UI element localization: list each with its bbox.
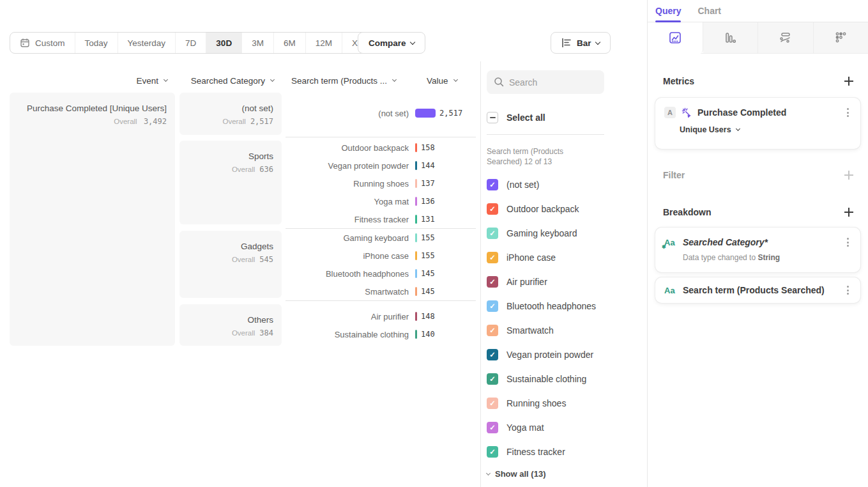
filter-item[interactable]: Sustainable clothing [487,367,647,391]
add-breakdown-button[interactable] [844,207,854,217]
filter-item[interactable]: Fitness tracker [487,440,647,464]
value-number: 144 [421,161,435,170]
filter-item[interactable]: Yoga mat [487,415,647,440]
search-icon [494,77,504,87]
filter-item-checkbox[interactable] [487,446,498,458]
overall-label: Overall [232,329,255,337]
tab-flows[interactable] [758,22,814,53]
searched-category-column: (not set)Overall2,517SportsOverall636Gad… [179,93,282,346]
divider [487,134,604,135]
date-range-label: 30D [216,38,232,48]
add-metric-button[interactable] [844,76,854,86]
filter-item-checkbox[interactable] [487,422,498,433]
filter-item[interactable]: Gaming keyboard [487,221,647,245]
date-range-3m[interactable]: 3M [241,33,273,53]
breakdown-menu-button[interactable] [844,236,851,248]
category-cell[interactable]: OthersOverall384 [179,304,282,346]
filter-item[interactable]: iPhone case [487,245,647,270]
metric-aggregation-dropdown[interactable]: Unique Users [680,125,851,134]
category-cell[interactable]: GadgetsOverall545 [179,231,282,298]
add-filter-button[interactable] [844,170,854,180]
filter-item[interactable]: Vegan protein powder [487,343,647,367]
value-bar [415,197,417,206]
tab-chart[interactable]: Chart [697,0,721,22]
breakdown-card[interactable]: Aa✱Searched Category*Data type changed t… [655,228,860,272]
value-bar [415,215,417,224]
date-range-today[interactable]: Today [75,33,118,53]
filter-item-checkbox[interactable] [487,203,498,215]
filter-item[interactable]: Air purifier [487,270,647,294]
tab-insights[interactable] [648,22,703,54]
filter-item-checkbox[interactable] [487,325,498,336]
tab-funnels[interactable] [703,22,759,53]
metric-menu-button[interactable] [844,107,851,118]
date-range-label: 7D [185,38,196,48]
filter-item-label: iPhone case [506,252,556,263]
filter-item-checkbox[interactable] [487,373,498,385]
column-header-event[interactable]: Event [10,75,175,86]
tab-retention[interactable] [814,22,868,53]
date-range-30d[interactable]: 30D [206,33,241,53]
term-row: Outdoor backpack158 [286,139,476,157]
filter-item-label: Outdoor backpack [506,204,579,214]
compare-button[interactable]: Compare [358,32,425,54]
column-header-searched-category[interactable]: Searched Category [179,75,282,86]
category-cell[interactable]: (not set)Overall2,517 [179,93,282,135]
column-header-search-term[interactable]: Search term (Products ... [291,75,396,86]
filter-item[interactable]: Smartwatch [487,318,647,343]
value-number: 136 [421,197,435,206]
chevron-down-icon [392,77,397,82]
filter-caption: Search term (Products Searched) 12 of 13 [487,146,599,167]
value-cell: 145 [415,287,435,296]
search-term-label: iPhone case [286,251,409,261]
filter-item[interactable]: Outdoor backpack [487,197,647,221]
select-all-checkbox[interactable] [487,112,498,123]
column-header-value[interactable]: Value [427,75,457,86]
term-group: Outdoor backpack158Vegan protein powder1… [286,137,476,228]
overall-line: Overall2,517 [186,117,273,126]
select-all-row[interactable]: Select all [487,111,647,124]
filter-item[interactable]: (not set) [487,173,647,197]
filter-item[interactable]: Running shoes [487,391,647,415]
date-range-label: 12M [316,38,332,48]
breakdown-menu-button[interactable] [844,284,851,296]
filter-item-checkbox[interactable] [487,252,498,263]
app-window: CustomTodayYesterday7D30D3M6M12MXTD Comp… [0,0,868,487]
chart-type-button[interactable]: Bar [551,32,611,54]
value-cell: 2,517 [415,109,462,118]
search-term-label: (not set) [286,109,409,118]
value-cell: 155 [415,233,435,242]
search-term-label: Outdoor backpack [286,143,409,153]
filter-item-checkbox[interactable] [487,349,498,360]
date-range-7d[interactable]: 7D [175,33,206,53]
date-range-custom[interactable]: Custom [10,33,75,53]
breakdown-card[interactable]: AaSearch term (Products Searched) [655,277,860,303]
filter-heading: Filter [663,170,685,180]
search-input[interactable] [487,70,604,94]
event-cell[interactable]: Purchase Completed [Unique Users] Overal… [10,93,175,346]
value-bar [415,143,417,152]
string-property-icon: Aa✱ [664,238,677,247]
filter-item-checkbox[interactable] [487,300,498,312]
compare-label: Compare [369,38,406,48]
term-row: Gaming keyboard155 [286,229,476,247]
value-bar [415,179,417,188]
overall-line: Overall545 [186,255,273,264]
breakdown-note-text: Data type changed to [683,253,758,262]
filter-item-checkbox[interactable] [487,398,498,409]
filter-item-checkbox[interactable] [487,228,498,239]
filter-item-checkbox[interactable] [487,276,498,288]
metric-card[interactable]: A Purchase Completed Unique Users [655,98,860,149]
filter-item-label: Yoga mat [506,422,544,433]
search-term-value-column: (not set)2,517Outdoor backpack158Vegan p… [286,93,476,346]
category-cell[interactable]: SportsOverall636 [179,141,282,224]
show-all-link[interactable]: Show all (13) [487,464,647,483]
category-name: (not set) [186,103,273,114]
date-range-12m[interactable]: 12M [305,33,342,53]
filter-item[interactable]: Bluetooth headphones [487,294,647,318]
tab-query[interactable]: Query [655,0,681,22]
date-range-yesterday[interactable]: Yesterday [118,33,176,53]
date-range-6m[interactable]: 6M [273,33,305,53]
show-all-label: Show all (13) [495,469,545,479]
filter-item-checkbox[interactable] [487,179,498,190]
